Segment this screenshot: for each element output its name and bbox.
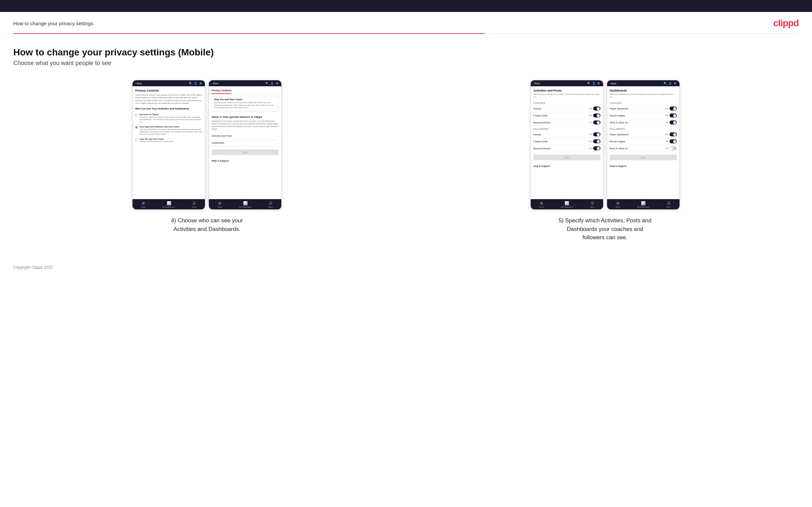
radio-circle-only-you	[135, 138, 138, 141]
save-button-4[interactable]: Save	[610, 155, 677, 160]
person-icon[interactable]: 👤	[194, 81, 197, 85]
radio-label-everyone: Everyone on Clippd	[140, 113, 202, 116]
bottom-menu-1[interactable]: ☰ Menu	[192, 201, 197, 208]
performance-icon-3: 📊	[565, 201, 569, 206]
person-icon-4[interactable]: 👤	[668, 81, 672, 85]
followers-rounds-switch[interactable]	[593, 132, 601, 136]
followers-manual-switch[interactable]	[593, 146, 601, 150]
chevron-right-icon-2: ›	[277, 142, 278, 145]
coaches-label-4: COACHES	[607, 100, 679, 105]
settings-icon[interactable]: ⚙	[199, 81, 202, 85]
double-phone-group-1: ‹ Back 🔍 👤 ⚙ Privacy Controls Control ho…	[132, 80, 282, 210]
phone-body-2: Privacy Controls Only You and Your Coach…	[209, 86, 281, 199]
coaches-wtw-switch[interactable]	[669, 120, 677, 124]
page-subheading: Choose what you want people to see	[13, 60, 799, 67]
save-button-3[interactable]: Save	[534, 155, 601, 160]
bottom-performance-4[interactable]: 📊 My Performance	[637, 201, 650, 208]
followers-ri-switch[interactable]	[669, 139, 677, 143]
search-icon[interactable]: 🔍	[189, 81, 192, 85]
followers-ri-toggle[interactable]: ON	[665, 139, 677, 143]
followers-rounds-row: Rounds ON	[531, 131, 603, 138]
radio-option-everyone[interactable]: Everyone on Clippd Everyone on Clippd ca…	[133, 112, 205, 124]
back-button-3[interactable]: ‹ Back	[534, 82, 540, 84]
followers-drills-toggle[interactable]: ON	[589, 139, 601, 143]
coaches-manual-toggle[interactable]: ON	[589, 120, 601, 124]
coaches-player-dashboard-toggle[interactable]: ON	[665, 107, 677, 111]
show-hide-desc: Regardless of the privacy controls that …	[209, 120, 281, 133]
bottom-home-4[interactable]: ⊞ Home	[616, 201, 620, 208]
coaches-manual-knob	[597, 121, 600, 124]
settings-icon-2[interactable]: ⚙	[275, 81, 278, 85]
page-content: How to change your privacy settings (Mob…	[0, 34, 812, 255]
followers-manual-on-text: ON	[589, 147, 592, 149]
followers-wtw-switch[interactable]	[669, 146, 677, 150]
phone-bottombar-2: ⊞ Home 📊 My Performance ☰ Menu	[209, 199, 281, 209]
bottom-home-2[interactable]: ⊞ Home	[217, 201, 222, 208]
back-label-3: Back	[535, 82, 540, 84]
coaches-round-insights-toggle[interactable]: ON	[665, 113, 677, 117]
radio-option-only-you[interactable]: Only You and Your Coach Only you and the…	[133, 137, 205, 144]
person-icon-2[interactable]: 👤	[270, 81, 274, 85]
back-button-4[interactable]: ‹ Back	[610, 82, 616, 84]
coaches-drills-on-text: ON	[589, 114, 592, 116]
person-icon-3[interactable]: 👤	[592, 81, 596, 85]
bottom-menu-2[interactable]: ☰ Menu	[269, 201, 273, 208]
performance-label-3: My Performance	[561, 206, 573, 208]
activities-posts-desc: Select the types of activity that you'd …	[531, 93, 603, 100]
back-button-1[interactable]: ‹ Back	[135, 82, 142, 84]
followers-manual-toggle[interactable]: ON	[589, 146, 601, 150]
coaches-rounds-switch[interactable]	[593, 107, 601, 111]
screenshots-row: ‹ Back 🔍 👤 ⚙ Privacy Controls Control ho…	[13, 80, 799, 242]
followers-pd-switch[interactable]	[669, 132, 677, 136]
bottom-performance-3[interactable]: 📊 My Performance	[561, 201, 573, 208]
performance-label-2: My Performance	[239, 206, 251, 208]
coaches-pd-switch[interactable]	[669, 107, 677, 111]
settings-icon-3[interactable]: ⚙	[597, 81, 601, 85]
bottom-performance-1[interactable]: 📊 My Performance	[163, 201, 175, 208]
followers-rounds-toggle[interactable]: ON	[589, 132, 601, 136]
coaches-rounds-row: Rounds ON	[531, 105, 603, 112]
coaches-rounds-knob	[597, 107, 600, 110]
radio-content-everyone: Everyone on Clippd Everyone on Clippd ca…	[140, 113, 202, 123]
coaches-wtw-toggle[interactable]: ON	[665, 120, 677, 124]
search-icon-3[interactable]: 🔍	[587, 81, 591, 85]
phone-body-1: Privacy Controls Control how you and you…	[133, 86, 205, 199]
back-button-2[interactable]: ‹ Back	[211, 82, 218, 84]
search-icon-2[interactable]: 🔍	[265, 81, 269, 85]
coaches-ri-switch[interactable]	[669, 113, 677, 117]
dashboards-label: Dashboards	[211, 142, 224, 144]
search-icon-4[interactable]: 🔍	[664, 81, 667, 85]
bottom-performance-2[interactable]: 📊 My Performance	[239, 201, 251, 208]
settings-icon-4[interactable]: ⚙	[673, 81, 677, 85]
activities-posts-row[interactable]: Activities and Posts ›	[209, 133, 281, 140]
home-icon-4: ⊞	[616, 201, 619, 206]
home-label-2: Home	[217, 206, 222, 208]
bottom-home-1[interactable]: ⊞ Home	[141, 201, 146, 208]
menu-label-3: Menu	[590, 206, 595, 208]
save-button-2[interactable]: Save	[211, 149, 278, 155]
followers-drills-label: Practice Drills	[534, 140, 548, 143]
coaches-player-dashboard-row: Player Dashboard ON	[607, 105, 679, 112]
privacy-tab-label: Privacy Controls	[211, 89, 232, 92]
privacy-controls-title: Privacy Controls	[133, 86, 205, 94]
followers-pd-toggle[interactable]: ON	[665, 132, 677, 136]
bottom-menu-3[interactable]: ☰ Menu	[590, 201, 595, 208]
radio-option-approved[interactable]: Only Approved Followers and Your Coach O…	[133, 124, 205, 137]
phone-bottombar-1: ⊞ Home 📊 My Performance ☰ Menu	[133, 199, 205, 209]
coaches-rounds-toggle[interactable]: ON	[589, 107, 601, 111]
followers-label-3: FOLLOWERS	[531, 126, 603, 131]
bottom-menu-4[interactable]: ☰ Menu	[666, 201, 671, 208]
bottom-home-3[interactable]: ⊞ Home	[539, 201, 544, 208]
followers-wtw-toggle[interactable]: ON	[665, 146, 677, 150]
followers-drills-switch[interactable]	[593, 139, 601, 143]
menu-label-1: Menu	[192, 206, 197, 208]
menu-label-4: Menu	[666, 206, 671, 208]
followers-rounds-knob	[597, 133, 600, 136]
radio-desc-everyone: Everyone on Clippd can search for you an…	[140, 116, 202, 123]
coaches-drills-row: Practice Drills ON	[531, 112, 603, 119]
coaches-drills-toggle[interactable]: ON	[589, 113, 601, 117]
coaches-manual-switch[interactable]	[593, 120, 601, 124]
coaches-drills-switch[interactable]	[593, 113, 601, 117]
dashboards-row[interactable]: Dashboards ›	[209, 140, 281, 147]
footer: Copyright Clippd 2022	[0, 255, 812, 276]
